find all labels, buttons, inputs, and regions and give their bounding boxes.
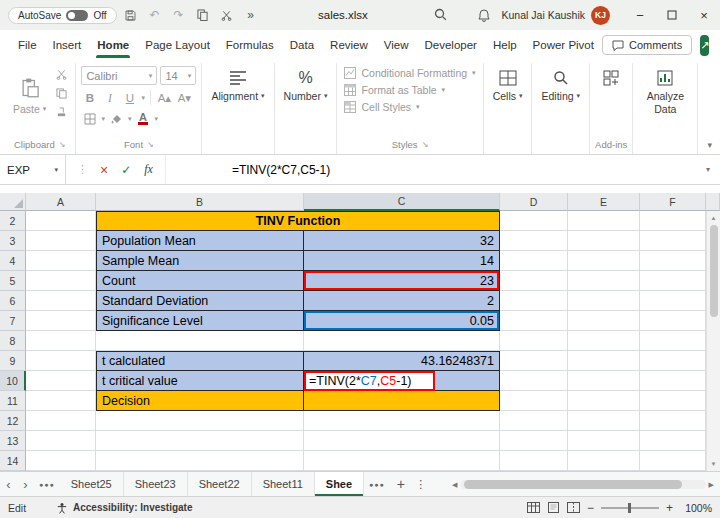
share-button[interactable]: ↗ xyxy=(700,35,709,56)
page-layout-view-icon[interactable] xyxy=(547,502,560,513)
copy-button[interactable] xyxy=(53,85,70,102)
font-size-select[interactable]: 14 ▾ xyxy=(160,66,196,85)
search-icon[interactable] xyxy=(434,8,447,24)
row-header-8[interactable]: 8 xyxy=(0,331,26,351)
tabs-scroll-left-icon[interactable]: ‹ xyxy=(0,472,17,496)
horizontal-scrollbar-thumb[interactable] xyxy=(464,480,682,489)
fill-color-button[interactable] xyxy=(108,110,125,127)
row-header-11[interactable]: 11 xyxy=(0,391,26,411)
vertical-scrollbar-thumb[interactable] xyxy=(710,225,718,317)
page-break-view-icon[interactable] xyxy=(567,502,580,513)
cell-B6[interactable]: Standard Deviation xyxy=(96,291,304,311)
col-header-b[interactable]: B xyxy=(96,193,304,211)
row-header-4[interactable]: 4 xyxy=(0,251,26,271)
zoom-slider-thumb[interactable] xyxy=(628,503,631,513)
format-as-table-button[interactable]: Format as Table ▾ xyxy=(342,81,477,98)
more-sheets-left-icon[interactable]: ●●● xyxy=(34,472,60,496)
row-header-10[interactable]: 10 xyxy=(0,371,26,391)
addins-button[interactable] xyxy=(595,64,627,88)
sheet-tab-sheet23[interactable]: Sheet23 xyxy=(124,472,188,496)
analyze-data-button[interactable]: Analyze Data xyxy=(638,64,692,118)
vertical-scrollbar[interactable]: ▲ ▼ xyxy=(706,211,720,471)
row-header-5[interactable]: 5 xyxy=(0,271,26,291)
more-commands-icon[interactable]: » xyxy=(241,4,261,26)
sheet-tab-sheet22[interactable]: Sheet22 xyxy=(188,472,252,496)
chevron-down-icon[interactable]: ▾ xyxy=(128,115,132,123)
horizontal-scrollbar[interactable]: ◀ ▶ xyxy=(452,478,714,491)
cell-B7[interactable]: Significance Level xyxy=(96,311,304,331)
menu-tab-file[interactable]: File xyxy=(10,32,45,58)
row-header-2[interactable]: 2 xyxy=(0,211,26,231)
collapse-ribbon-icon[interactable]: ▾ xyxy=(707,140,712,150)
cell-B2[interactable]: TINV Function xyxy=(96,211,500,231)
notifications-bell-icon[interactable] xyxy=(474,4,494,26)
borders-button[interactable] xyxy=(81,110,98,127)
menu-tab-formulas[interactable]: Formulas xyxy=(218,32,282,58)
select-all-corner[interactable] xyxy=(0,193,26,211)
decrease-font-size-button[interactable]: A▾ xyxy=(176,89,193,106)
horizontal-scrollbar-track[interactable] xyxy=(460,480,705,489)
zoom-in-button[interactable]: + xyxy=(666,501,673,515)
tabs-scroll-right-icon[interactable]: › xyxy=(17,472,34,496)
sheet-tab-active[interactable]: Shee xyxy=(315,472,364,496)
save-icon[interactable] xyxy=(121,4,141,26)
normal-view-icon[interactable] xyxy=(527,502,540,513)
cell-B3[interactable]: Population Mean xyxy=(96,231,304,251)
dialog-launcher-icon[interactable]: ↘ xyxy=(422,140,429,149)
new-sheet-button[interactable]: + xyxy=(390,472,412,496)
cell-C11[interactable] xyxy=(304,391,500,411)
more-sheets-right-icon[interactable]: ●●● xyxy=(364,472,390,496)
italic-button[interactable]: I xyxy=(101,89,118,106)
chevron-down-icon[interactable]: ▾ xyxy=(101,115,105,123)
col-header-d[interactable]: D xyxy=(500,193,568,211)
redo-icon[interactable]: ↷ xyxy=(169,4,189,26)
menu-tab-home[interactable]: Home xyxy=(89,32,137,58)
col-header-c[interactable]: C xyxy=(304,193,500,211)
row-header-6[interactable]: 6 xyxy=(0,291,26,311)
underline-button[interactable]: U xyxy=(121,89,138,106)
conditional-formatting-button[interactable]: Conditional Formatting ▾ xyxy=(342,64,477,81)
maximize-button[interactable] xyxy=(656,0,688,30)
sheet-tab-sheet25[interactable]: Sheet25 xyxy=(60,472,124,496)
cell-C10-formula-editor[interactable]: =TINV(2*C7,C5-1) xyxy=(304,371,435,391)
scroll-right-icon[interactable]: ▶ xyxy=(709,481,714,489)
format-painter-button[interactable] xyxy=(53,104,70,121)
row-header-13[interactable]: 13 xyxy=(0,431,26,451)
cancel-icon[interactable]: × xyxy=(94,162,114,178)
name-box[interactable]: EXP ▾ xyxy=(0,155,66,184)
row-header-7[interactable]: 7 xyxy=(0,311,26,331)
cell-C3[interactable]: 32 xyxy=(304,231,500,251)
expand-formula-bar-icon[interactable]: ▾ xyxy=(696,155,720,184)
accessibility-status[interactable]: Accessibility: Investigate xyxy=(56,502,193,514)
cells-button[interactable]: Cells▾ xyxy=(489,64,527,104)
row-header-9[interactable]: 9 xyxy=(0,351,26,371)
cell-B9[interactable]: t calculated xyxy=(96,351,304,371)
cell-B5[interactable]: Count xyxy=(96,271,304,291)
cell-B10[interactable]: t critical value xyxy=(96,371,304,391)
col-header-f[interactable]: F xyxy=(640,193,706,211)
font-color-button[interactable]: A xyxy=(134,110,151,127)
cell-C7[interactable]: 0.05 xyxy=(304,311,500,331)
menu-tab-help[interactable]: Help xyxy=(485,32,525,58)
menu-tab-developer[interactable]: Developer xyxy=(417,32,485,58)
cell-C9[interactable]: 43.16248371 xyxy=(304,351,500,371)
scroll-left-icon[interactable]: ◀ xyxy=(452,481,457,489)
menu-tab-data[interactable]: Data xyxy=(282,32,322,58)
user-avatar[interactable]: KJ xyxy=(591,6,610,25)
row-header-14[interactable]: 14 xyxy=(0,451,26,471)
zoom-slider[interactable] xyxy=(601,507,659,509)
increase-font-size-button[interactable]: A▴ xyxy=(156,89,173,106)
cell-B4[interactable]: Sample Mean xyxy=(96,251,304,271)
cell-C5[interactable]: 23 xyxy=(304,271,500,291)
cell-C6[interactable]: 2 xyxy=(304,291,500,311)
cell-C4[interactable]: 14 xyxy=(304,251,500,271)
col-header-e[interactable]: E xyxy=(568,193,640,211)
scroll-up-icon[interactable]: ▲ xyxy=(711,211,717,225)
paste-button[interactable]: Paste▾ xyxy=(9,71,50,117)
user-name[interactable]: Kunal Jai Kaushik xyxy=(502,9,585,21)
menu-tab-view[interactable]: View xyxy=(376,32,417,58)
chevron-down-icon[interactable]: ▾ xyxy=(141,94,145,102)
dialog-launcher-icon[interactable]: ↘ xyxy=(59,140,66,149)
undo-icon[interactable]: ↶ xyxy=(145,4,165,26)
cut-icon[interactable] xyxy=(217,4,237,26)
